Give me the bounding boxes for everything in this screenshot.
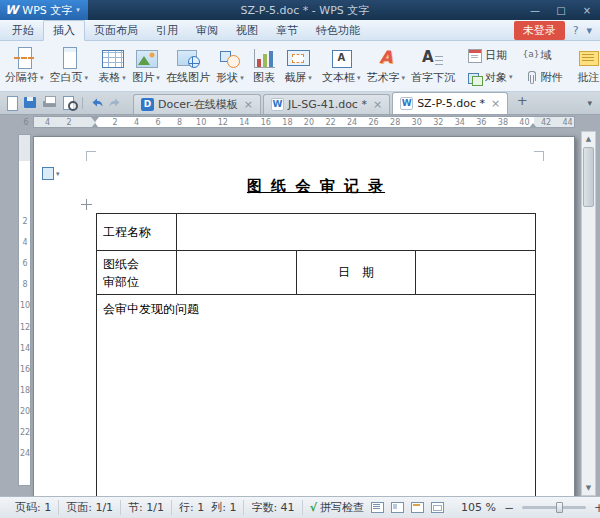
object-button[interactable]: 对象▾ [467,66,513,88]
insert-options-button[interactable]: ▾ [42,167,60,180]
chart-button[interactable]: 图表 [247,43,281,89]
document-tab[interactable]: WJL-SG-41.doc *× [263,94,390,114]
document-title[interactable]: 图 纸 会 审 记 录 [96,177,536,196]
ribbon-tab-页面布局[interactable]: 页面布局 [85,20,147,40]
scroll-down-icon[interactable]: ▼ [582,481,595,495]
document-tab-label: SZ-P-5.doc * [417,97,485,110]
spellcheck-status[interactable]: √ 拼写检查 [303,500,371,515]
ruler-number: 4 [131,118,143,127]
read-mode-icon[interactable] [371,502,384,513]
table-cell-section-label[interactable]: 图纸会审部位 [97,251,177,295]
document-tab[interactable]: WSZ-P-5.doc *× [392,92,508,114]
ribbon-tab-视图[interactable]: 视图 [227,20,267,40]
zoom-slider[interactable] [522,506,586,509]
button-label: 艺术字▾ [367,70,406,85]
shapes-icon [218,47,242,69]
minimize-button[interactable]: — [522,0,548,20]
wps-icon: W [400,97,413,110]
collapse-ribbon-icon[interactable]: ▾ [586,24,592,37]
close-tab-icon[interactable]: × [491,97,500,110]
ribbon-tab-引用[interactable]: 引用 [147,20,187,40]
ribbon-tab-特色功能[interactable]: 特色功能 [307,20,369,40]
help-icon[interactable]: ? [573,24,579,37]
maximize-button[interactable]: □ [548,0,574,20]
ruler-number: 32 [432,118,444,127]
dropdown-caret-icon: ▾ [509,73,513,81]
close-tab-icon[interactable]: × [244,98,253,111]
outline-view-icon[interactable] [431,502,444,513]
close-tab-icon[interactable]: × [373,98,382,111]
print-icon[interactable] [42,95,57,110]
ruler-number: 16 [260,118,272,127]
close-button[interactable]: × [574,0,600,20]
field-icon [523,49,538,62]
screenshot-button[interactable]: 截屏▾ [281,43,315,89]
comment-button[interactable]: 批注 [572,43,600,89]
table-cell-project-value[interactable] [177,214,536,251]
redo-icon[interactable] [108,95,123,110]
dropdown-caret-icon: ▾ [40,74,44,82]
table-cell-issues[interactable]: 会审中发现的问题 [97,295,536,497]
table-move-handle[interactable] [81,199,92,210]
date-icon [467,49,482,62]
ruler-number: 2 [63,118,75,127]
zoom-slider-thumb[interactable] [556,502,563,513]
tab-list-icon[interactable]: ▾ [579,98,600,114]
ruler-number: 42 [540,118,552,127]
button-label: 图表 [253,70,275,85]
vertical-scrollbar[interactable]: ▲ ▼ [581,131,596,496]
first-line-indent-marker[interactable] [91,117,99,122]
document-tab[interactable]: DDocer-在线模板× [133,94,261,114]
break-button[interactable]: 分隔符▾ [2,43,47,89]
undo-icon[interactable] [89,95,104,110]
dropdown-caret-icon: ▾ [122,74,126,82]
ruler-number: 6 [152,118,164,127]
document-page[interactable]: ▾ 图 纸 会 审 记 录 工程名称 图纸会审部位 日 期 会审中发现的问题 [33,136,575,496]
document-tab-bar: DDocer-在线模板×WJL-SG-41.doc *×WSZ-P-5.doc … [0,92,600,115]
ribbon-group: 批注页眉和页脚 [571,43,600,89]
ribbon-tab-插入[interactable]: 插入 [43,20,85,41]
pic-button[interactable]: 图片▾ [129,43,163,89]
statusbar-right: 105 % − + [371,501,600,515]
table-button[interactable]: 表格▾ [95,43,129,89]
hanging-indent-marker[interactable] [91,123,99,128]
wordart-button[interactable]: 艺术字▾ [364,43,409,89]
onlinepic-button[interactable]: 在线图片 [163,43,213,89]
save-icon[interactable] [23,95,38,110]
ribbon-group: 日期域对象▾附件 [461,43,569,89]
new-document-icon[interactable] [4,95,19,110]
wps-menu-button[interactable]: W WPS 文字 ▾ [0,0,88,20]
spellcheck-label: 拼写检查 [320,500,364,515]
ruler-number: 34 [454,118,466,127]
attach-button[interactable]: 附件 [523,66,563,88]
web-layout-icon[interactable] [411,502,424,513]
ribbon-tab-开始[interactable]: 开始 [3,20,43,40]
table-cell-date-label[interactable]: 日 期 [296,251,416,295]
textbox-button[interactable]: 文本框▾ [319,43,364,89]
table-cell-date-value[interactable] [416,251,536,295]
print-preview-icon[interactable] [61,95,76,110]
login-button[interactable]: 未登录 [514,21,565,40]
ruler-number: 2 [19,217,31,226]
table-cell-project-label[interactable]: 工程名称 [97,214,177,251]
document-area: 24681012141618202224 ▾ 图 纸 会 审 记 录 工程名称 … [0,131,600,496]
table-cell-section-value[interactable] [177,251,297,295]
scrollbar-thumb[interactable] [583,147,594,207]
scroll-up-icon[interactable]: ▲ [582,132,595,146]
ribbon-tab-章节[interactable]: 章节 [267,20,307,40]
date-button[interactable]: 日期 [467,44,513,66]
dropcap-button[interactable]: 首字下沉 [408,43,458,89]
print-layout-icon[interactable] [391,502,404,513]
pic-icon [134,47,158,69]
zoom-in-button[interactable]: + [593,501,600,515]
document-tab-label: Docer-在线模板 [158,97,238,112]
ribbon-tab-审阅[interactable]: 审阅 [187,20,227,40]
ruler-number: 10 [19,301,31,310]
new-tab-button[interactable]: + [513,93,531,111]
blank-button[interactable]: 空白页▾ [47,43,92,89]
shapes-button[interactable]: 形状▾ [213,43,247,89]
field-button[interactable]: 域 [523,44,563,66]
ruler-number: 44 [562,118,574,127]
ruler-number: 24 [346,118,358,127]
zoom-out-button[interactable]: − [503,501,515,515]
